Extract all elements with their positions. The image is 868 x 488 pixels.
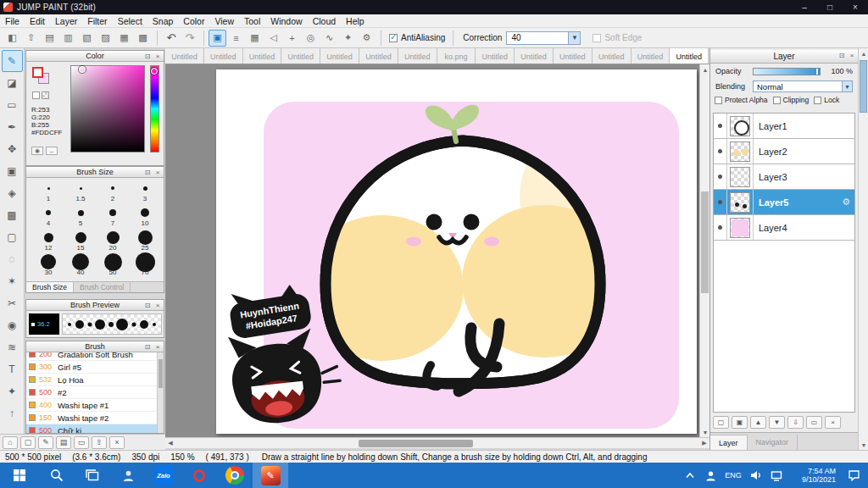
scrollbar-thumb[interactable] <box>860 60 867 113</box>
document-tab[interactable]: Untitled <box>554 48 593 64</box>
document-tab[interactable]: Untitled <box>281 48 320 64</box>
minimize-button[interactable]: – <box>792 0 817 14</box>
layer-visibility-toggle[interactable] <box>714 164 727 189</box>
network-button[interactable] <box>766 463 787 488</box>
brush-size-option[interactable]: 70 <box>129 254 161 279</box>
maximize-button[interactable]: □ <box>817 0 843 14</box>
layer-visibility-toggle[interactable] <box>714 190 727 214</box>
brush-size-option[interactable]: 1 <box>32 180 64 205</box>
delete-layer-button[interactable]: × <box>825 416 841 429</box>
snap-cross-icon[interactable]: + <box>283 30 301 47</box>
user-tray-button[interactable] <box>700 463 721 488</box>
chrome-app-button[interactable] <box>217 463 253 488</box>
export-icon[interactable]: ⇧ <box>22 30 40 47</box>
people-app-button[interactable] <box>110 463 146 488</box>
scroll-up-icon[interactable]: ▲ <box>859 48 868 58</box>
snap-ellipse-icon[interactable]: ◎ <box>302 30 320 47</box>
soft-edge-checkbox[interactable]: Soft Edge <box>593 33 642 42</box>
brush-list-scrollbar[interactable] <box>157 352 164 433</box>
app-home-icon[interactable]: ◧ <box>3 30 21 47</box>
correction-dropdown[interactable]: 40 ▼ <box>506 31 581 45</box>
menu-item[interactable]: Cloud <box>308 14 341 28</box>
layer-settings-icon[interactable]: ⚙ <box>842 197 850 208</box>
snap-off-icon[interactable]: ▣ <box>209 30 226 47</box>
snap-curve-icon[interactable]: ∿ <box>320 30 338 47</box>
menu-item[interactable]: Layer <box>50 14 82 28</box>
start-button[interactable] <box>0 463 39 488</box>
document-tab[interactable]: Untitled <box>632 48 670 64</box>
brush-tool-icon[interactable]: ✎ <box>2 50 23 72</box>
select-tool-icon[interactable]: ▢ <box>2 226 23 248</box>
jump-paint-app-button[interactable]: ✎ <box>253 463 288 488</box>
show-hidden-icons-button[interactable] <box>680 463 700 488</box>
dip-pen-tool-icon[interactable]: ✒ <box>2 116 23 138</box>
merge-layer-button[interactable]: ⇩ <box>787 416 804 429</box>
lasso-tool-icon[interactable]: ◌ <box>2 248 23 270</box>
cloud-upload-button[interactable]: ⇧ <box>92 436 107 449</box>
eyedropper-tool-icon[interactable]: ✦ <box>2 380 23 402</box>
new-page-button[interactable]: ▢ <box>20 436 36 449</box>
transparent-color-chip[interactable] <box>42 92 49 99</box>
menu-item[interactable]: Snap <box>147 14 179 28</box>
canvas-vertical-scrollbar[interactable]: ▲ ▼ <box>699 64 709 437</box>
document-tab[interactable]: ko.png <box>437 48 476 64</box>
brush-size-option[interactable]: 10 <box>129 205 161 230</box>
layer-row[interactable]: Layer4 ⚙ <box>714 215 854 241</box>
scroll-right-icon[interactable]: ▶ <box>699 438 709 448</box>
brush-size-option[interactable]: 5 <box>64 205 97 230</box>
brush-size-option[interactable]: 1.5 <box>64 180 97 205</box>
solid-color-chip[interactable] <box>32 92 40 99</box>
collapse-button[interactable]: – <box>46 147 58 155</box>
gradient-tool-icon[interactable]: ▩ <box>2 204 23 226</box>
menu-item[interactable]: Filter <box>82 14 112 28</box>
document-tab[interactable]: Untitled <box>359 48 398 64</box>
menu-item[interactable]: View <box>209 14 239 28</box>
brush-size-option[interactable]: 4 <box>32 205 64 230</box>
document-tab[interactable]: Untitled <box>398 48 437 64</box>
action-center-button[interactable] <box>839 463 868 488</box>
layer-folder-button[interactable]: ▭ <box>806 416 822 429</box>
blur-tool-icon[interactable]: ≋ <box>2 336 23 358</box>
layer-option-checkbox[interactable]: Clipping <box>773 96 810 104</box>
brush-size-option[interactable]: 3 <box>129 180 161 205</box>
document-tab[interactable]: Untitled <box>670 48 709 64</box>
menu-item[interactable]: Color <box>178 14 209 28</box>
volume-button[interactable] <box>746 463 766 488</box>
brush-item[interactable]: 532 Lọ Hoa <box>26 374 157 386</box>
brush-size-option[interactable]: 2 <box>97 180 129 205</box>
opacity-slider[interactable] <box>753 68 821 75</box>
magic-wand-tool-icon[interactable]: ✶ <box>2 270 23 292</box>
close-button[interactable]: × <box>843 0 868 14</box>
canvas[interactable]: HuynhThienn #Hoidap247 <box>216 69 697 434</box>
menu-item[interactable]: File <box>0 14 25 28</box>
brush-item[interactable]: 500 #2 <box>26 386 157 399</box>
panel-tab[interactable]: Layer <box>710 435 748 450</box>
layer-option-checkbox[interactable]: Lock <box>814 96 839 104</box>
brush-item[interactable]: 400 Washi tape #1 <box>26 399 157 412</box>
duplicate-layer-button[interactable]: ▣ <box>732 416 748 429</box>
snap-parallel-icon[interactable]: ≡ <box>227 30 245 47</box>
menu-item[interactable]: Select <box>113 14 147 28</box>
undock-icon[interactable]: ⊡ <box>143 169 152 176</box>
brush-item[interactable]: 500 Chữ ki <box>26 424 157 433</box>
layer-down-button[interactable]: ▼ <box>769 416 785 429</box>
menu-item[interactable]: Window <box>265 14 307 28</box>
snap-radial-icon[interactable]: ✦ <box>339 30 357 47</box>
zalo-app-button[interactable]: Zalo <box>146 463 181 488</box>
layer-option-checkbox[interactable]: Protect Alpha <box>715 96 768 104</box>
layer-visibility-toggle[interactable] <box>714 215 727 240</box>
undock-icon[interactable]: ⊡ <box>143 302 152 309</box>
scrollbar-thumb[interactable] <box>359 440 473 447</box>
hue-slider[interactable] <box>150 65 159 152</box>
close-icon[interactable]: × <box>153 343 162 351</box>
clock[interactable]: 7:54 AM 9/10/2021 <box>787 467 839 485</box>
brush-size-option[interactable]: 20 <box>97 230 129 254</box>
layer-row[interactable]: Layer5 ⚙ <box>714 190 854 215</box>
saturation-value-picker[interactable] <box>70 65 145 152</box>
menu-item[interactable]: Help <box>341 14 370 28</box>
document-tab[interactable]: Untitled <box>476 48 515 64</box>
monitor-icon[interactable]: ▥ <box>59 30 77 47</box>
close-icon[interactable]: × <box>153 169 162 176</box>
panel-tab[interactable]: Brush Size <box>26 282 74 292</box>
brush-size-option[interactable]: 7 <box>97 205 129 230</box>
